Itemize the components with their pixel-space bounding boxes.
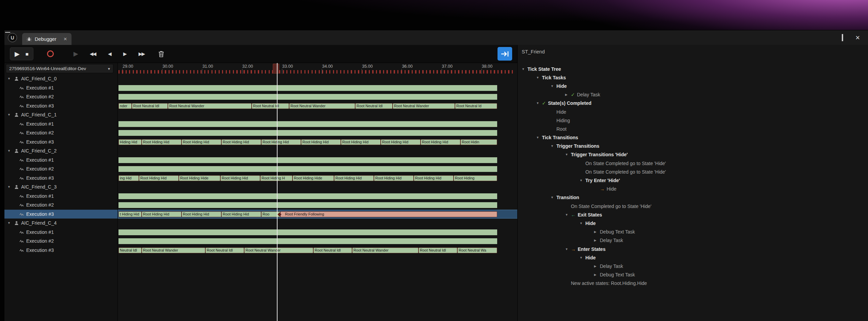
state-segment[interactable]: Root Hiding Hid [221,211,261,217]
timeline-track[interactable] [118,228,517,237]
timeline-track[interactable]: nderRoot Neutral IdlRoot Neutral WanderR… [118,101,517,111]
state-segment[interactable]: Root Neutral Wander [352,247,419,253]
timeline-scrubber[interactable] [273,64,279,74]
state-segment[interactable]: t Hiding Hid [119,211,142,217]
active-states-bar[interactable] [119,166,497,172]
expander-icon[interactable]: ▼ [522,67,527,71]
state-segment[interactable]: Root Hiding Hid [220,175,260,181]
jump-to-latest-button[interactable] [498,47,512,61]
statetree-row[interactable]: On State Completed go to State 'Hide' [518,202,868,210]
statetree-row[interactable]: ▼→Enter States [518,245,868,253]
resume-debugger-button[interactable]: ▶ [74,50,78,58]
active-states-bar[interactable] [119,157,497,163]
expander-icon[interactable]: ▼ [7,185,12,189]
step-forward-button[interactable]: ▶ [123,51,127,57]
state-segment[interactable]: Root Hiding Hide [293,175,334,181]
state-segment[interactable]: Root Neutral Wander [289,103,355,109]
maximize-button[interactable] [842,35,843,41]
timeline-track[interactable] [118,119,517,129]
statetree-row[interactable]: ▼Try Enter 'Hide' [518,176,868,184]
state-segment[interactable]: Root Neutral Idl [205,247,244,253]
state-segment[interactable]: Root Neutral Wander [142,247,205,253]
instance-row[interactable]: ▼AIC_Friend_C_0 [4,74,117,83]
statetree-row[interactable]: ▼Hide [518,82,868,90]
state-segment[interactable]: Root Neutral Id [455,103,497,109]
instance-row[interactable]: ▼AIC_Friend_C_3 [4,182,117,192]
expander-icon[interactable]: ▼ [565,213,571,216]
expander-icon[interactable]: ▼ [565,247,571,251]
stop-button[interactable]: ■ [26,51,29,57]
execution-row[interactable]: Execution #3 [4,246,117,255]
timeline-track[interactable]: Neutral IdlRoot Neutral WanderRoot Neutr… [118,246,517,255]
statetree-row[interactable]: →Hide [518,185,868,193]
state-segment[interactable]: nder [119,103,132,109]
expander-icon[interactable]: ▼ [7,149,12,153]
execution-row[interactable]: Execution #3 [4,210,117,219]
execution-row[interactable]: Execution #2 [4,164,117,174]
state-segment[interactable]: Root Hiding Hid [414,175,454,181]
state-segment[interactable]: Root Neutral Wander [244,247,313,253]
state-segment[interactable]: Root Neutral Wa [457,247,497,253]
timeline-track[interactable] [118,192,517,201]
state-segment[interactable]: Root Hidin [460,139,497,145]
active-states-bar[interactable] [119,202,497,208]
state-segment[interactable]: Neutral Idl [119,247,142,253]
step-back-events-button[interactable]: ◀◀ [90,51,97,57]
statetree-row[interactable]: On State Completed go to State 'Hide' [518,159,868,167]
state-segment[interactable]: Root Neutral Wander [393,103,455,109]
statetree-row[interactable]: ▼Tick Transitions [518,133,868,142]
tab-close-icon[interactable]: × [64,36,67,42]
statetree-row[interactable]: ▼Hide [518,253,868,262]
statetree-row[interactable]: On State Completed go to State 'Hide' [518,167,868,176]
timeline-track[interactable] [118,156,517,165]
state-segment[interactable]: Root Hiding Hid [182,211,221,217]
statetree-row[interactable]: ▼Hide [518,219,868,227]
expander-icon[interactable]: ▼ [7,221,12,225]
statetree-row[interactable]: ▼Transition [518,193,868,202]
collapsed-expander-icon[interactable]: ▶ [594,273,600,276]
state-segment[interactable]: Root Neutral Idl [252,103,289,109]
statetree-row[interactable]: ▶Delay Task [518,236,868,245]
expander-icon[interactable]: ▼ [551,84,556,88]
state-segment[interactable]: Root Hiding Hid [301,139,341,145]
instance-row[interactable]: ▼AIC_Friend_C_2 [4,146,117,156]
execution-row[interactable]: Execution #2 [4,200,117,210]
execution-row[interactable]: Execution #3 [4,101,117,111]
state-segment[interactable]: Root Hiding Hide [179,175,220,181]
statetree-row[interactable]: ▶Debug Text Task [518,271,868,279]
statetree-row[interactable]: ▼Trigger Transitions 'Hide' [518,150,868,159]
state-segment[interactable]: Root Neutral Idl [313,247,352,253]
statetree-row[interactable]: ▶✓Delay Task [518,91,868,99]
active-states-bar[interactable] [119,130,497,136]
tab-debugger[interactable]: Debugger × [22,33,72,45]
expander-icon[interactable]: ▼ [580,179,585,182]
expander-icon[interactable]: ▼ [536,136,542,139]
expander-icon[interactable]: ▼ [580,222,585,225]
timeline-track[interactable]: ing HidRoot Hiding HidRoot Hiding HideRo… [118,174,517,183]
expander-icon[interactable]: ▼ [536,76,542,79]
state-segment[interactable]: Root Hiding Hid [334,175,374,181]
clear-recording-button[interactable] [158,50,164,58]
execution-row[interactable]: Execution #1 [4,192,117,201]
timeline-ruler[interactable]: 29.0030.0031.0032.0033.0034.0035.0036.00… [118,63,517,74]
instance-row[interactable]: ▼AIC_Friend_C_4 [4,219,117,228]
timeline-track[interactable] [118,83,517,93]
active-states-bar[interactable] [119,85,497,91]
execution-row[interactable]: Execution #3 [4,174,117,183]
statetree-row[interactable]: Hiding [518,116,868,125]
execution-row[interactable]: Execution #2 [4,237,117,246]
state-segment[interactable]: Hiding Hid [119,139,142,145]
statetree-row[interactable]: ▼Tick State Tree [518,65,868,73]
timeline-track[interactable] [118,92,517,101]
close-button[interactable]: × [855,34,860,42]
state-segment[interactable]: Root Hiding Hid [374,175,414,181]
collapsed-expander-icon[interactable]: ▶ [565,93,571,96]
state-segment[interactable]: Root Hiding Hid [221,139,261,145]
collapsed-expander-icon[interactable]: ▶ [594,230,600,234]
statetree-row[interactable]: ▼Tick Tasks [518,73,868,82]
expander-icon[interactable]: ▼ [551,196,556,199]
active-states-bar[interactable] [119,94,497,100]
state-segment[interactable]: Root Neutral Idl [355,103,393,109]
state-segment[interactable]: Root Hiding Hid [421,139,460,145]
state-segment[interactable]: Root Hiding Hid [139,175,179,181]
